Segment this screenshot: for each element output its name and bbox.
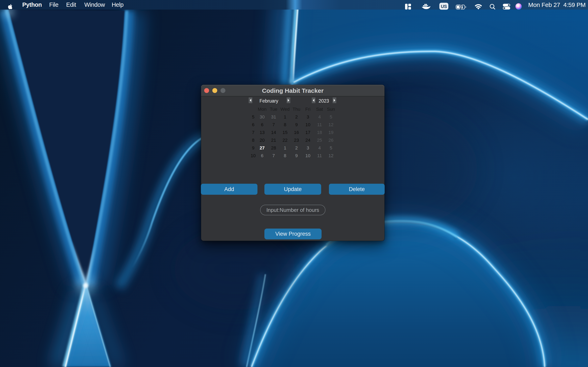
svg-text:US: US <box>441 4 447 9</box>
